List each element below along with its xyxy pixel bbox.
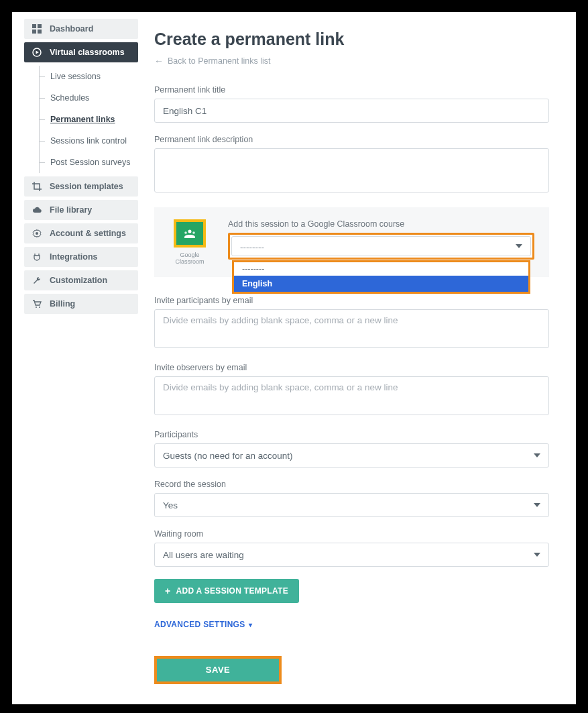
svg-rect-1 — [38, 24, 42, 28]
google-classroom-icon — [174, 219, 206, 248]
svg-point-9 — [188, 230, 192, 233]
sidebar-item-integrations[interactable]: Integrations — [24, 247, 138, 267]
google-classroom-panel: Google Classroom Add this session to a G… — [154, 207, 549, 277]
main-content: Create a permanent link ← Back to Perman… — [138, 12, 576, 704]
link-title-label: Permanent link title — [154, 85, 549, 95]
arrow-left-icon: ← — [154, 56, 164, 66]
back-link-label: Back to Permanent links list — [168, 56, 271, 66]
svg-point-7 — [36, 307, 37, 308]
svg-rect-3 — [38, 30, 42, 34]
invite-observers-label: Invite observers by email — [154, 363, 549, 372]
subnav-schedules[interactable]: Schedules — [40, 87, 138, 109]
dashboard-icon — [32, 24, 42, 34]
gc-option-blank[interactable]: -------- — [234, 262, 528, 276]
gc-option-english[interactable]: English — [234, 276, 528, 292]
record-label: Record the session — [154, 480, 549, 489]
google-classroom-caption: Google Classroom — [166, 252, 213, 265]
waiting-room-select[interactable]: All users are waiting — [154, 543, 549, 567]
sidebar-item-virtual-classrooms[interactable]: Virtual classrooms — [24, 42, 138, 62]
link-desc-input[interactable] — [154, 148, 549, 193]
subnav-sessions-link-control[interactable]: Sessions link control — [40, 130, 138, 152]
crop-icon — [32, 182, 42, 191]
subnav-permanent-links[interactable]: Permanent links — [40, 109, 138, 130]
gc-select-highlight: -------- -------- English — [228, 233, 534, 260]
sidebar-item-dashboard[interactable]: Dashboard — [24, 19, 138, 39]
invite-participants-input[interactable] — [154, 309, 549, 348]
svg-point-10 — [184, 231, 187, 234]
save-button-highlight: SAVE — [154, 656, 282, 684]
link-title-input[interactable] — [154, 99, 549, 123]
svg-rect-2 — [32, 30, 36, 34]
sidebar: Dashboard Virtual classrooms Live sessio… — [12, 12, 138, 704]
cloud-icon — [32, 205, 42, 215]
save-button[interactable]: SAVE — [157, 659, 279, 681]
sidebar-item-label: File library — [50, 205, 92, 215]
gc-select-label: Add this session to a Google Classroom c… — [228, 219, 534, 229]
sidebar-item-label: Integrations — [50, 252, 98, 262]
sidebar-item-customization[interactable]: Customization — [24, 270, 138, 290]
gc-course-select[interactable]: -------- — [231, 236, 531, 256]
sidebar-item-label: Billing — [50, 299, 75, 309]
caret-down-icon: ▾ — [249, 621, 252, 628]
participants-label: Participants — [154, 430, 549, 439]
svg-point-11 — [192, 231, 195, 234]
record-select[interactable]: Yes — [154, 493, 549, 517]
waiting-room-label: Waiting room — [154, 529, 549, 539]
participants-select[interactable]: Guests (no need for an account) — [154, 443, 549, 468]
subnav-post-session-surveys[interactable]: Post Session surveys — [40, 152, 138, 173]
add-template-label: ADD A SESSION TEMPLATE — [176, 586, 288, 596]
svg-rect-0 — [32, 24, 36, 28]
wrench-icon — [32, 276, 42, 285]
sidebar-item-session-templates[interactable]: Session templates — [24, 176, 138, 197]
svg-point-6 — [36, 232, 38, 235]
sidebar-item-label: Session templates — [50, 182, 123, 191]
invite-observers-input[interactable] — [154, 376, 549, 415]
invite-participants-label: Invite participants by email — [154, 296, 549, 305]
advanced-settings-toggle[interactable]: ADVANCED SETTINGS ▾ — [154, 620, 252, 629]
sidebar-item-file-library[interactable]: File library — [24, 200, 138, 220]
sidebar-item-label: Customization — [50, 276, 107, 285]
svg-marker-5 — [36, 51, 40, 54]
back-link[interactable]: ← Back to Permanent links list — [154, 56, 549, 66]
add-session-template-button[interactable]: + ADD A SESSION TEMPLATE — [154, 579, 299, 603]
subnav-live-sessions[interactable]: Live sessions — [40, 66, 138, 87]
sidebar-item-label: Dashboard — [50, 24, 93, 34]
plug-icon — [32, 252, 42, 262]
play-circle-icon — [32, 48, 42, 57]
link-desc-label: Permanent link description — [154, 135, 549, 144]
sidebar-item-label: Virtual classrooms — [50, 48, 125, 57]
cart-icon — [32, 299, 42, 309]
svg-point-8 — [39, 307, 40, 308]
gc-dropdown: -------- English — [232, 260, 530, 294]
sidebar-item-billing[interactable]: Billing — [24, 294, 138, 314]
page-title: Create a permanent link — [154, 30, 549, 49]
sidebar-item-account-settings[interactable]: Account & settings — [24, 223, 138, 243]
advanced-settings-label: ADVANCED SETTINGS — [154, 620, 245, 629]
sidebar-subnav: Live sessions Schedules Permanent links … — [39, 66, 138, 173]
plus-icon: + — [165, 586, 170, 596]
sidebar-item-label: Account & settings — [50, 229, 126, 238]
google-classroom-badge: Google Classroom — [166, 219, 213, 265]
gear-icon — [32, 229, 42, 238]
